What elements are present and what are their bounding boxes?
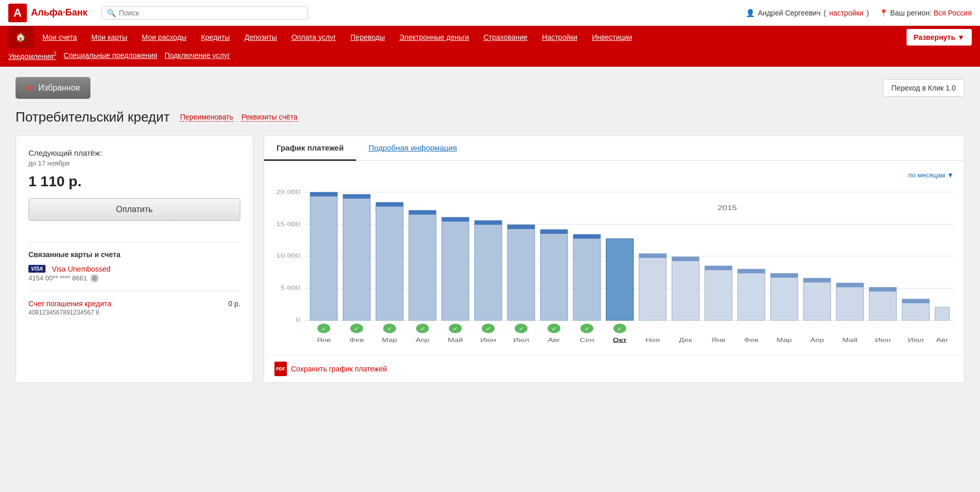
strip-may-2015 (836, 283, 864, 287)
content-grid: Следующий платёж: до 17 ноября 1 110 р. … (16, 136, 964, 383)
page-title: Потребительский кредит (16, 109, 170, 125)
svg-text:Июл: Июл (908, 336, 924, 343)
chart-top-row: по месяцам ▼ (274, 171, 954, 179)
svg-text:20 000: 20 000 (276, 188, 300, 195)
settings-link[interactable]: настройки (829, 9, 863, 17)
nav-link-credits[interactable]: Кредиты (194, 28, 237, 47)
svg-text:Дек: Дек (679, 336, 693, 343)
nav-sub-offers[interactable]: Специальные предложения (64, 49, 164, 63)
user-icon: 👤 (746, 9, 755, 17)
nav-sub-connect[interactable]: Подключение услуг (164, 49, 237, 63)
svg-text:5 000: 5 000 (281, 285, 300, 291)
nav-link-transfers[interactable]: Переводы (343, 28, 392, 47)
right-panel: График платежей Подробная информация по … (264, 136, 964, 383)
strip-jul-2014 (508, 225, 535, 229)
left-panel: Следующий платёж: до 17 ноября 1 110 р. … (16, 136, 253, 383)
month-selector[interactable]: по месяцам ▼ (908, 171, 954, 179)
nav-link-emoney[interactable]: Электронные деньги (392, 28, 476, 47)
svg-text:Янв: Янв (317, 336, 331, 343)
search-icon: 🔍 (107, 9, 116, 17)
svg-text:Май: Май (843, 336, 858, 343)
strip-jun-2015 (869, 287, 897, 291)
save-link[interactable]: Сохранить график платежей (291, 365, 387, 373)
bar-sep-2014 (573, 234, 601, 320)
svg-text:Июн: Июн (875, 336, 891, 343)
nav-link-investments[interactable]: Инвестиции (585, 28, 639, 47)
requisites-link[interactable]: Реквизиты счёта (241, 113, 297, 122)
pay-button[interactable]: Оплатить (28, 198, 240, 221)
chart-svg: 20 000 15 000 10 000 5 000 0 2014 2015 (274, 184, 954, 350)
nav-link-accounts[interactable]: Мои счета (35, 28, 84, 47)
rename-link[interactable]: Переименовать (180, 113, 233, 122)
card-link[interactable]: Visa Unembossed (52, 265, 110, 273)
strip-feb-2015 (738, 269, 765, 273)
next-payment-date: до 17 ноября (28, 159, 240, 167)
svg-text:Янв: Янв (711, 336, 725, 343)
svg-text:Мар: Мар (382, 336, 397, 343)
nav-sub-notifications[interactable]: Уведомления2 (8, 49, 64, 63)
svg-text:✓: ✓ (354, 325, 359, 332)
click-link-button[interactable]: Переход в Клик 1.0 (883, 79, 964, 97)
svg-text:Ноя: Ноя (646, 336, 660, 343)
nav-link-deposits[interactable]: Депозиты (237, 28, 284, 47)
search-bar[interactable]: 🔍 (101, 6, 308, 20)
strip-sep-2014 (573, 234, 601, 238)
logo-text: Альфа·Банк (31, 7, 87, 18)
strip-aug-2014 (541, 229, 568, 233)
bar-jul-2014 (508, 225, 535, 320)
chart-area: по месяцам ▼ 20 000 15 000 10 000 5 000 … (264, 161, 964, 355)
bar-feb-2014 (343, 194, 371, 320)
strip-nov-2014 (639, 254, 666, 258)
nav-link-settings[interactable]: Настройки (535, 28, 585, 47)
tab-payment-schedule[interactable]: График платежей (264, 136, 356, 161)
bar-may-2015 (836, 283, 864, 320)
favorites-button[interactable]: ★ Избранное (16, 77, 90, 99)
alfa-bank-logo: А (8, 4, 27, 22)
nav-link-services[interactable]: Оплата услуг (284, 28, 343, 47)
bar-jan-2015 (705, 266, 732, 320)
svg-text:Окт: Окт (613, 336, 627, 343)
bar-jun-2014 (474, 220, 502, 320)
account-link[interactable]: Счет погашения кредита (28, 300, 111, 308)
svg-text:Май: Май (448, 336, 463, 343)
strip-mar-2015 (771, 273, 798, 277)
card-number: 4154 00** **** 8661 ⛓ (28, 274, 240, 282)
expand-button[interactable]: Развернуть ▼ (907, 29, 972, 46)
nav-links: Мои счета Мои карты Мои расходы Кредиты … (35, 28, 907, 47)
favorites-row: ★ Избранное Переход в Клик 1.0 (16, 77, 964, 99)
tab-detailed-info[interactable]: Подробная информация (356, 136, 469, 161)
region-link[interactable]: Вся Россия (933, 9, 972, 17)
svg-text:✓: ✓ (584, 325, 590, 332)
account-balance: 0 р. (228, 300, 240, 308)
nav-link-cards[interactable]: Мои карты (84, 28, 135, 47)
svg-text:Июл: Июл (513, 336, 529, 343)
region-info: 📍 Ваш регион: Вся Россия (879, 9, 972, 17)
visa-logo: VISA (28, 265, 45, 273)
strip-apr-2015 (804, 278, 831, 282)
nav-link-expenses[interactable]: Мои расходы (134, 28, 193, 47)
next-payment-amount: 1 110 р. (28, 173, 240, 190)
nav-sub: Уведомления2 Специальные предложения Под… (8, 48, 972, 67)
svg-text:10 000: 10 000 (276, 252, 300, 259)
main-content: ★ Избранное Переход в Клик 1.0 Потребите… (0, 67, 980, 476)
divider-2 (28, 291, 240, 291)
nav-link-insurance[interactable]: Страхование (476, 28, 534, 47)
svg-text:✓: ✓ (617, 325, 622, 332)
page-title-row: Потребительский кредит Переименовать Рек… (16, 109, 964, 125)
bar-nov-2014 (639, 254, 666, 320)
bar-apr-2015 (804, 278, 831, 320)
user-parens-open: ( (824, 9, 826, 17)
home-button[interactable]: 🏠 (8, 26, 33, 48)
strip-mar-2014 (376, 202, 403, 206)
search-input[interactable] (119, 9, 302, 17)
pdf-icon: PDF (274, 362, 287, 376)
divider-1 (28, 242, 240, 242)
bar-may-2014 (442, 217, 469, 320)
svg-text:Сен: Сен (580, 336, 594, 343)
nav-bar: 🏠 Мои счета Мои карты Мои расходы Кредит… (0, 26, 980, 67)
strip-jan-2014 (310, 192, 338, 196)
nav-main: 🏠 Мои счета Мои карты Мои расходы Кредит… (8, 26, 972, 48)
star-icon: ★ (26, 82, 34, 94)
svg-text:✓: ✓ (551, 325, 557, 332)
account-row: Счет погашения кредита 40812345678912345… (28, 300, 240, 316)
